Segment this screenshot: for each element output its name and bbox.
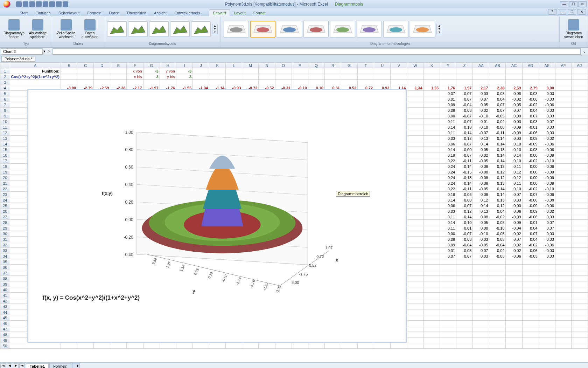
- cell[interactable]: -0,09: [522, 203, 539, 209]
- cell[interactable]: [160, 343, 176, 349]
- cell[interactable]: 0,05: [473, 147, 489, 152]
- cell[interactable]: [407, 293, 424, 298]
- row-header[interactable]: 39: [0, 281, 10, 287]
- col-header[interactable]: O: [275, 63, 292, 68]
- cell[interactable]: [424, 74, 440, 80]
- chart-layout-thumb[interactable]: [128, 21, 148, 37]
- cell[interactable]: [572, 315, 588, 321]
- cell[interactable]: -0,05: [489, 231, 506, 237]
- cell[interactable]: [555, 293, 571, 298]
- qat-undo-icon[interactable]: [23, 1, 28, 7]
- cell[interactable]: [324, 74, 341, 80]
- cell[interactable]: [506, 287, 522, 293]
- cell[interactable]: 0,19: [440, 152, 456, 158]
- cell[interactable]: [572, 141, 588, 147]
- cell[interactable]: [489, 276, 506, 281]
- col-header[interactable]: N: [259, 63, 275, 68]
- cell[interactable]: [489, 68, 506, 74]
- cell[interactable]: -0,02: [506, 248, 522, 253]
- cell[interactable]: 0,24: [440, 180, 456, 186]
- cell[interactable]: [456, 304, 473, 309]
- cell[interactable]: [555, 231, 571, 237]
- cell[interactable]: -0,05: [473, 186, 489, 192]
- cell[interactable]: [539, 321, 555, 326]
- cell[interactable]: [555, 113, 571, 119]
- cell[interactable]: 0,08: [473, 192, 489, 197]
- cell[interactable]: [555, 315, 571, 321]
- cell[interactable]: [424, 203, 440, 209]
- cell[interactable]: [572, 152, 588, 158]
- cell[interactable]: 0,07: [456, 96, 473, 102]
- cell[interactable]: [61, 343, 77, 349]
- cell[interactable]: [555, 209, 571, 214]
- cell[interactable]: 0,09: [440, 242, 456, 248]
- cell[interactable]: [424, 237, 440, 242]
- cell[interactable]: -0,04: [506, 225, 522, 231]
- cell[interactable]: [391, 74, 407, 80]
- cell[interactable]: [555, 158, 571, 164]
- cell[interactable]: [424, 113, 440, 119]
- cell[interactable]: [473, 259, 489, 265]
- cell[interactable]: [94, 343, 110, 349]
- chart-style-thumb[interactable]: [383, 21, 408, 38]
- row-header[interactable]: 9: [0, 113, 10, 119]
- cell[interactable]: [110, 343, 127, 349]
- cell[interactable]: [275, 68, 292, 74]
- chart-layout-thumb[interactable]: [107, 21, 127, 37]
- cell[interactable]: [110, 80, 127, 85]
- row-header[interactable]: 43: [0, 304, 10, 309]
- cell[interactable]: [522, 298, 539, 304]
- cell[interactable]: [572, 293, 588, 298]
- cell[interactable]: [424, 164, 440, 169]
- cell[interactable]: [424, 119, 440, 124]
- cell[interactable]: [522, 343, 539, 349]
- cell[interactable]: [407, 124, 424, 130]
- cell[interactable]: [506, 68, 522, 74]
- cell[interactable]: [539, 309, 555, 315]
- cell[interactable]: [572, 147, 588, 152]
- cell[interactable]: 0,12: [506, 169, 522, 175]
- cell[interactable]: -0,08: [539, 147, 555, 152]
- cell[interactable]: [522, 80, 539, 85]
- cell[interactable]: -0,07: [456, 231, 473, 237]
- row-header[interactable]: 6: [0, 96, 10, 102]
- cell[interactable]: [572, 91, 588, 96]
- cell[interactable]: -0,09: [539, 175, 555, 180]
- cell[interactable]: 0,13: [473, 136, 489, 141]
- cell[interactable]: -0,08: [473, 175, 489, 180]
- tab-start[interactable]: Start: [16, 10, 31, 16]
- cell[interactable]: [522, 293, 539, 298]
- cell[interactable]: [555, 338, 571, 343]
- cell[interactable]: [539, 343, 555, 349]
- cell[interactable]: [77, 80, 94, 85]
- cell[interactable]: [193, 343, 209, 349]
- cell[interactable]: [61, 68, 77, 74]
- cell[interactable]: [555, 220, 571, 225]
- cell[interactable]: 0,04: [522, 108, 539, 113]
- cell[interactable]: 0,07: [440, 253, 456, 259]
- cell[interactable]: -0,10: [473, 231, 489, 237]
- cell[interactable]: [440, 80, 456, 85]
- sheet-nav-next[interactable]: ▶: [13, 363, 19, 368]
- cell[interactable]: [440, 338, 456, 343]
- col-header[interactable]: G: [143, 63, 160, 68]
- row-header[interactable]: 22: [0, 186, 10, 192]
- col-header[interactable]: AB: [489, 63, 506, 68]
- cell[interactable]: [209, 343, 226, 349]
- cell[interactable]: [424, 248, 440, 253]
- cell[interactable]: [308, 343, 324, 349]
- cell[interactable]: [489, 80, 506, 85]
- cell[interactable]: [555, 80, 571, 85]
- cell[interactable]: [407, 158, 424, 164]
- cell[interactable]: [572, 270, 588, 276]
- cell[interactable]: -0,06: [539, 203, 555, 209]
- cell[interactable]: 0,04: [522, 225, 539, 231]
- cell[interactable]: 0,07: [456, 141, 473, 147]
- cell[interactable]: 0,13: [489, 180, 506, 186]
- save-template-button[interactable]: Als Vorlage speichern: [27, 19, 49, 39]
- cell[interactable]: 0,07: [522, 113, 539, 119]
- cell[interactable]: 0,01: [473, 119, 489, 124]
- cell[interactable]: 0,08: [473, 214, 489, 220]
- cell[interactable]: [193, 80, 209, 85]
- cell[interactable]: [407, 265, 424, 270]
